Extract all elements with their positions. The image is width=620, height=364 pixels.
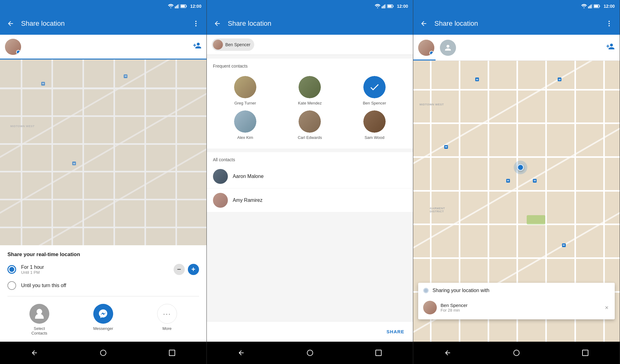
select-contacts-option[interactable]: SelectContacts [29,304,49,335]
contacts-bar-1 [0,35,206,60]
back-button-1[interactable] [5,18,16,29]
map-label-garment-3: GARMENTDISTRICT [430,207,445,213]
ben-avatar [363,76,386,98]
nav-home-1[interactable] [97,347,109,359]
contact-list-item-amy[interactable]: Amy Ramirez [207,189,413,212]
status-icons-2 [375,4,394,8]
app-bar-title-2: Share location [228,20,408,28]
frequent-contact-carl[interactable]: Carl Edwards [277,108,342,142]
messenger-option[interactable]: Messenger [93,304,113,335]
svg-rect-20 [376,350,381,356]
sam-name: Sam Wood [365,135,384,140]
radio-indefinite-label: Until you turn this off [21,283,199,288]
contact-list-item-aaron[interactable]: Aaron Malone [207,165,413,189]
map-area-1: MIDTOWN WEST M M M [0,60,206,245]
radio-indefinite-circle[interactable] [7,281,16,290]
time-1: 12:00 [190,4,202,9]
frequent-contact-greg[interactable]: Greg Turner [213,73,278,108]
nav-home-3[interactable] [510,347,523,359]
svg-rect-11 [169,350,175,356]
app-bar-2: Share location [207,12,413,35]
svg-rect-18 [388,5,392,7]
nav-home-2[interactable] [304,347,316,359]
notif-text: Ben Spencer For 28 min [441,303,600,313]
share-button-bar: SHARE [207,321,413,342]
add-person-button-3[interactable] [606,42,615,53]
nav-recent-1[interactable] [166,347,178,359]
more-option[interactable]: ··· More [157,304,177,335]
radio-option-indefinite[interactable]: Until you turn this off [7,281,199,290]
svg-point-28 [609,21,610,22]
nav-recent-2[interactable] [372,347,385,359]
svg-point-10 [100,350,106,356]
tab-user1[interactable] [418,40,434,56]
share-button[interactable]: SHARE [384,326,407,337]
nav-bar-2 [207,342,413,364]
alex-avatar [234,110,256,133]
nav-back-1[interactable] [28,347,41,359]
back-button-3[interactable] [418,18,429,29]
time-controls: − + [174,264,199,275]
radio-1hour-text: For 1 hour Until 1 PM [21,264,169,275]
notif-avatar [423,301,437,314]
status-bar-1: 12:00 [0,0,206,12]
selected-contacts-bar: Ben Spencer [207,35,413,55]
signal-icon-2 [382,4,386,8]
svg-rect-5 [186,6,187,7]
wifi-icon-3 [581,4,587,8]
svg-rect-26 [600,6,600,7]
svg-rect-6 [181,5,185,7]
carl-avatar [299,110,321,133]
screen-select-contacts: 12:00 Share location Ben Spencer Frequen… [207,0,414,364]
signal-icon-3 [588,4,592,8]
more-button-1[interactable] [190,18,202,29]
battery-icon [180,4,187,8]
chip-name-ben: Ben Spencer [225,42,250,47]
bottom-panel-1: Share your real-time location For 1 hour… [0,245,206,342]
frequent-contact-alex[interactable]: Alex Kim [213,108,278,142]
increase-time-button[interactable]: + [188,264,199,275]
signal-icon [175,4,179,8]
svg-point-8 [195,23,197,24]
selected-chip-ben[interactable]: Ben Spencer [212,38,254,51]
nav-back-2[interactable] [235,347,247,359]
screen-sharing-active: 12:00 Share location [413,0,620,364]
aaron-name: Aaron Malone [233,174,264,179]
tab-indicator [413,60,436,60]
notif-title: Sharing your location with [432,288,489,293]
frequent-contact-kate[interactable]: Kate Mendez [277,73,342,108]
decrease-time-button[interactable]: − [174,264,185,275]
select-contacts-label: SelectContacts [31,326,47,335]
kate-avatar [299,76,321,98]
radio-option-1hour[interactable]: For 1 hour Until 1 PM − + [7,264,199,275]
frequent-contact-sam[interactable]: Sam Wood [342,108,407,142]
nav-recent-3[interactable] [579,347,591,359]
all-contacts-title: All contacts [207,152,413,165]
carl-name: Carl Edwards [298,135,322,140]
notif-contact-name: Ben Spencer [441,303,600,308]
contacts-bar-3 [413,35,620,61]
messenger-icon [93,304,113,324]
tab-user2[interactable] [440,40,456,56]
frequent-contacts-grid: Greg Turner Kate Mendez Be [207,71,413,149]
sam-avatar [363,110,386,133]
svg-rect-27 [594,5,598,7]
wifi-icon [168,4,174,8]
nav-back-3[interactable] [441,347,454,359]
svg-rect-24 [592,4,592,8]
add-person-button-1[interactable] [193,41,202,52]
svg-rect-2 [177,5,178,8]
frequent-contact-ben[interactable]: Ben Spencer [342,73,407,108]
time-3: 12:00 [604,4,615,9]
svg-rect-13 [383,6,384,8]
radio-1hour-circle[interactable] [7,265,16,274]
notif-close-button[interactable]: × [604,303,610,313]
nav-bar-1 [0,342,206,364]
ben-name: Ben Spencer [363,101,386,105]
more-button-3[interactable] [604,18,615,29]
share-options-1: SelectContacts Messenger ··· More [7,299,199,342]
status-bar-3: 12:00 [413,0,620,12]
app-bar-title-1: Share location [21,20,185,28]
svg-point-30 [609,25,610,26]
back-button-2[interactable] [212,18,223,29]
